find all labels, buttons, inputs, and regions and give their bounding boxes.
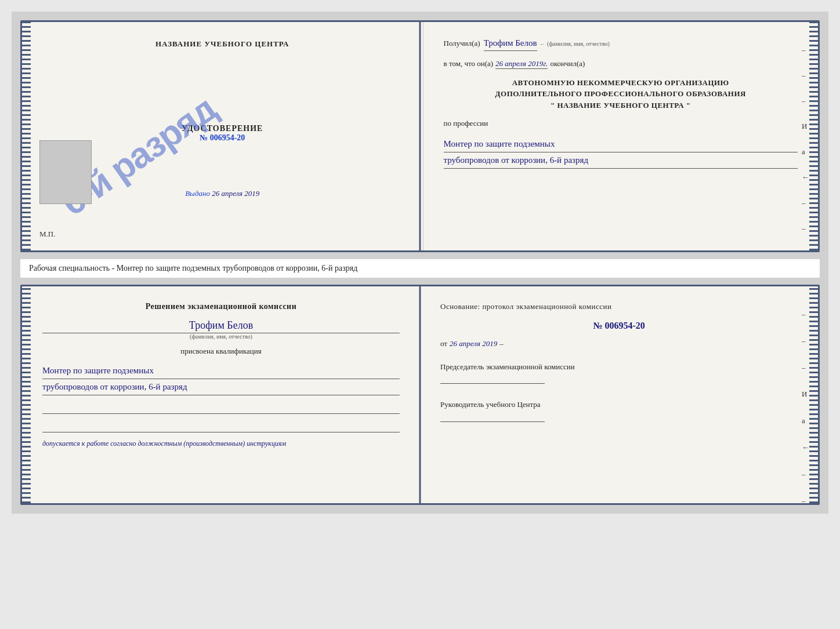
bl-person-name: Трофим Белов — [42, 319, 400, 333]
in-that-label: в том, что он(а) — [444, 59, 494, 68]
mp-label: М.П. — [39, 230, 55, 239]
certificate-bottom: Решением экзаменационной комиссии Трофим… — [20, 285, 820, 505]
director-block: Руководитель учебного Центра — [440, 399, 798, 422]
bl-qualification-line2: трубопроводов от коррозии, 6-й разряд — [42, 379, 400, 395]
director-label: Руководитель учебного Центра — [440, 399, 798, 410]
protocol-number: № 006954-20 — [440, 321, 798, 331]
profession-handwritten-block: Монтер по защите подземных трубопроводов… — [444, 136, 798, 169]
dash-separator: – — [541, 39, 544, 49]
bottom-right-border — [809, 286, 818, 503]
name-sublabel-top: (фамилия, имя, отчество) — [547, 39, 610, 48]
finished-label: окончил(а) — [550, 59, 585, 68]
profession-line1: Монтер по защите подземных — [444, 136, 798, 152]
blank-line-1 — [42, 402, 400, 414]
issued-date-value: 26 апреля 2019 — [212, 189, 259, 198]
blank-line-2 — [42, 421, 400, 432]
completion-date: 26 апреля 2019г. — [495, 59, 548, 69]
permit-value: работе согласно должностным (производств… — [86, 439, 286, 448]
director-sign-line — [440, 410, 545, 422]
chairman-sign-line — [440, 372, 545, 384]
br-date-line: от 26 апреля 2019 – — [440, 339, 798, 348]
profession-line2: трубопроводов от коррозии, 6-й разряд — [444, 152, 798, 169]
received-label: Получил(а) — [444, 38, 480, 49]
photo-placeholder — [39, 140, 92, 204]
org-block: АВТОНОМНУЮ НЕКОММЕРЧЕСКУЮ ОРГАНИЗАЦИЮ ДО… — [444, 77, 798, 111]
date-line: в том, что он(а) 26 апреля 2019г. окончи… — [444, 59, 798, 69]
person-name-top: Трофим Белов — [484, 37, 537, 51]
cert-doc-number: № 006954-20 — [200, 133, 245, 143]
page-wrapper: НАЗВАНИЕ УЧЕБНОГО ЦЕНТРА 6-й разряд УДОС… — [12, 12, 828, 514]
bl-name-block: Трофим Белов (фамилия, имя, отчество) — [42, 319, 400, 340]
cert-issued-date: Выдано 26 апреля 2019 — [185, 189, 259, 198]
specialty-text-banner: Рабочая специальность - Монтер по защите… — [20, 259, 820, 278]
bottom-left-border — [22, 286, 31, 503]
chairman-block: Председатель экзаменационной комиссии — [440, 361, 798, 384]
issued-label: Выдано — [185, 189, 210, 198]
br-date-value: 26 апреля 2019 — [450, 339, 497, 348]
profession-label: по профессии — [444, 119, 798, 128]
org-line2: ДОПОЛНИТЕЛЬНОГО ПРОФЕССИОНАЛЬНОГО ОБРАЗО… — [444, 88, 798, 100]
org-line3: " НАЗВАНИЕ УЧЕБНОГО ЦЕНТРА " — [444, 100, 798, 111]
right-border-pattern — [809, 22, 818, 250]
br-dash-right: – — [499, 339, 504, 348]
bottom-left-panel: Решением экзаменационной комиссии Трофим… — [22, 286, 420, 503]
org-line1: АВТОНОМНУЮ НЕКОММЕРЧЕСКУЮ ОРГАНИЗАЦИЮ — [444, 77, 798, 89]
cert-right-panel: – – – И а ← – – – – Получил(а) Трофим Бе… — [423, 22, 819, 250]
cert-institution-title: НАЗВАНИЕ УЧЕБНОГО ЦЕНТРА — [155, 39, 289, 49]
permit-label: допускается к — [42, 439, 85, 448]
received-line: Получил(а) Трофим Белов – (фамилия, имя,… — [444, 37, 798, 51]
bottom-right-panel: – – – И а ← – – – – Основание: протокол … — [420, 286, 818, 503]
bl-assigned-label: присвоена квалификация — [42, 347, 400, 356]
cert-left-panel: НАЗВАНИЕ УЧЕБНОГО ЦЕНТРА 6-й разряд УДОС… — [22, 22, 423, 250]
certificate-top: НАЗВАНИЕ УЧЕБНОГО ЦЕНТРА 6-й разряд УДОС… — [20, 20, 820, 252]
bl-name-sublabel: (фамилия, имя, отчество) — [42, 333, 400, 340]
basis-label: Основание: протокол экзаменационной коми… — [440, 301, 798, 312]
commission-decision-title: Решением экзаменационной комиссии — [42, 301, 400, 312]
br-side-dashes: – – – И а ← – – – – — [802, 310, 809, 505]
date-prefix: от — [440, 339, 447, 348]
bl-permit-line: допускается к работе согласно должностны… — [42, 439, 400, 448]
bl-qualification-line1: Монтер по защите подземных — [42, 363, 400, 379]
chairman-label: Председатель экзаменационной комиссии — [440, 361, 798, 373]
bl-qualification-block: Монтер по защите подземных трубопроводов… — [42, 363, 400, 395]
right-side-dashes: – – – И а ← – – – – — [802, 45, 809, 252]
cert-doc-label: УДОСТОВЕРЕНИЕ — [182, 124, 263, 133]
